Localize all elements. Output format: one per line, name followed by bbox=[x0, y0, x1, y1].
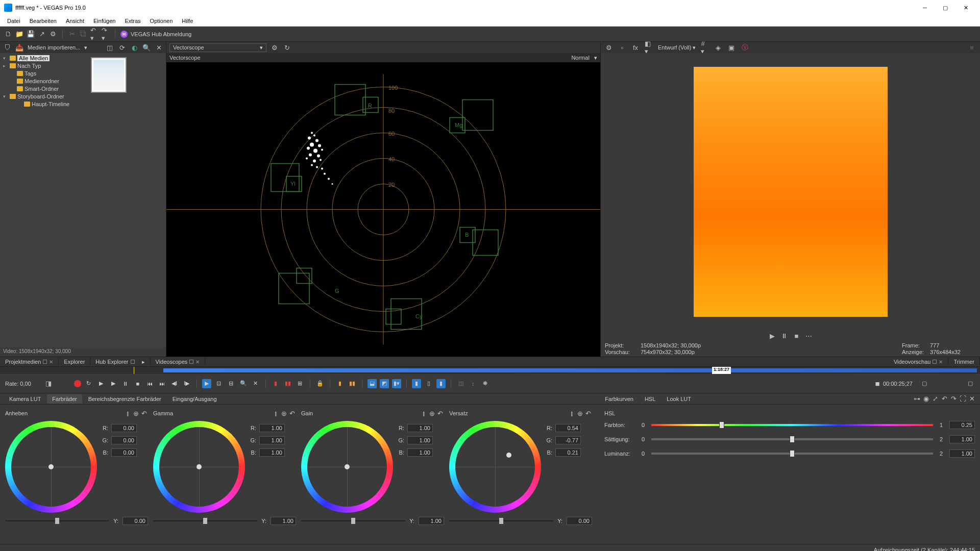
tool2-button[interactable]: ⊡ bbox=[214, 379, 224, 388]
auto3-button[interactable]: ▮ bbox=[436, 379, 446, 388]
tab-eingang[interactable]: Eingang/Ausgang bbox=[167, 394, 222, 404]
undo-icon[interactable]: ↶ ▾ bbox=[90, 30, 99, 38]
play-start-button[interactable]: ▶ bbox=[96, 379, 106, 388]
hub-label[interactable]: VEGAS Hub Abmeldung bbox=[131, 31, 191, 37]
prev-gear-icon[interactable]: ⚙ bbox=[605, 43, 613, 52]
y-value[interactable]: 0.00 bbox=[122, 517, 148, 525]
wheel-reset-icon[interactable]: ↶ bbox=[288, 409, 296, 417]
render-icon[interactable]: ↗ bbox=[38, 30, 46, 38]
y-slider[interactable] bbox=[5, 517, 109, 524]
menu-hilfe[interactable]: Hilfe bbox=[178, 17, 197, 25]
rate-slider[interactable]: ◨ bbox=[44, 380, 53, 388]
tc-box2-icon[interactable]: ▢ bbox=[966, 379, 975, 388]
open-icon[interactable]: 📁 bbox=[15, 30, 23, 38]
wheel-adj-icon[interactable]: ⫿ bbox=[568, 409, 576, 417]
hsl-value[interactable]: 1.00 bbox=[949, 435, 975, 443]
pause-button[interactable]: ⏸ bbox=[121, 379, 130, 388]
timeline-marker[interactable]: 1:18:27 bbox=[712, 367, 731, 374]
r-value[interactable]: 1.00 bbox=[259, 424, 285, 432]
close-panel-icon[interactable]: ✕ bbox=[155, 43, 163, 52]
record-button[interactable] bbox=[74, 380, 81, 387]
tab-hsl[interactable]: HSL bbox=[640, 394, 660, 404]
maximize-button[interactable]: ▢ bbox=[935, 0, 955, 15]
tab-explorer[interactable]: Explorer bbox=[59, 358, 90, 366]
next-frame-button[interactable]: Ⅰ▶ bbox=[182, 379, 191, 388]
split-button[interactable]: ⊞ bbox=[296, 379, 305, 388]
playhead-marker[interactable] bbox=[134, 367, 134, 374]
properties-icon[interactable]: ⚙ bbox=[49, 30, 57, 38]
more-icon[interactable]: ⋯ bbox=[805, 332, 813, 340]
y-slider[interactable] bbox=[301, 517, 405, 524]
menu-ansicht[interactable]: Ansicht bbox=[62, 17, 88, 25]
preview-area[interactable] bbox=[601, 53, 980, 330]
ripple2-button[interactable]: ◩ bbox=[380, 379, 389, 388]
minimize-button[interactable]: ─ bbox=[915, 0, 935, 15]
scope-mode-select[interactable]: Normal ▾ bbox=[571, 55, 597, 61]
redo-icon[interactable]: ↷ ▾ bbox=[102, 30, 110, 38]
menu-einfuegen[interactable]: Einfügen bbox=[89, 17, 119, 25]
b-value[interactable]: 1.00 bbox=[259, 448, 285, 457]
hsl-value[interactable]: 0.25 bbox=[949, 421, 975, 429]
hsl-value[interactable]: 1.00 bbox=[949, 449, 975, 458]
wheel-adj-icon[interactable]: ⫿ bbox=[124, 409, 132, 417]
media-gear-icon[interactable]: ⛉ bbox=[3, 43, 11, 52]
magnify-button[interactable]: 🔍 bbox=[239, 379, 248, 388]
hsl-slider[interactable] bbox=[651, 421, 933, 429]
marker-red2-button[interactable]: ▮▮ bbox=[283, 379, 292, 388]
copy-icon[interactable]: ⿻ bbox=[79, 30, 87, 38]
menu-bearbeiten[interactable]: Bearbeiten bbox=[26, 17, 61, 25]
prev-overlay-icon[interactable]: ◈ bbox=[714, 43, 722, 52]
g-value[interactable]: 1.00 bbox=[259, 436, 285, 444]
tree-smart-ordner[interactable]: Smart-Ordner bbox=[1, 85, 86, 92]
loop-button[interactable]: ↻ bbox=[84, 379, 93, 388]
go-end-button[interactable]: ⏭ bbox=[158, 379, 167, 388]
tree-tags[interactable]: Tags bbox=[1, 69, 86, 77]
tree-nach-typ[interactable]: ▸Nach Typ bbox=[1, 62, 86, 69]
import-button[interactable]: Medien importieren... bbox=[28, 44, 80, 51]
menu-datei[interactable]: Datei bbox=[3, 17, 24, 25]
ripple3-button[interactable]: ▮▾ bbox=[392, 379, 401, 388]
clear-button[interactable]: ✕ bbox=[251, 379, 260, 388]
prev-snapshot-icon[interactable]: ▣ bbox=[727, 43, 736, 52]
preview-quality-select[interactable]: Entwurf (Voll) ▾ bbox=[658, 44, 696, 51]
go-start-button[interactable]: ⏮ bbox=[145, 379, 155, 388]
menu-optionen[interactable]: Optionen bbox=[146, 17, 177, 25]
color-wheel[interactable] bbox=[449, 421, 541, 513]
lock-button[interactable]: 🔒 bbox=[315, 379, 325, 388]
hsl-slider[interactable] bbox=[651, 436, 933, 443]
cg-close-icon[interactable]: ✕ bbox=[968, 395, 976, 403]
wheel-target-icon[interactable]: ⊕ bbox=[132, 409, 140, 417]
y-slider[interactable] bbox=[153, 517, 257, 524]
prev-frame-button[interactable]: ◀Ⅰ bbox=[170, 379, 179, 388]
color-wheel[interactable] bbox=[153, 421, 245, 513]
wheel-adj-icon[interactable]: ⫿ bbox=[420, 409, 428, 417]
stop-icon[interactable]: ■ bbox=[793, 332, 801, 340]
y-value[interactable]: 1.00 bbox=[271, 517, 296, 525]
prev-split-icon[interactable]: ◧ ▾ bbox=[645, 43, 653, 52]
wheel-target-icon[interactable]: ⊕ bbox=[280, 409, 288, 417]
hub-badge-icon[interactable]: H bbox=[120, 31, 128, 38]
prev-out-icon[interactable]: ▫ bbox=[618, 43, 626, 52]
color-wheel[interactable] bbox=[301, 421, 393, 513]
new-icon[interactable]: 🗋 bbox=[4, 30, 12, 38]
y-value[interactable]: 0.00 bbox=[567, 517, 592, 525]
wheel-reset-icon[interactable]: ↶ bbox=[140, 409, 148, 417]
hsl-slider[interactable] bbox=[651, 450, 933, 457]
scope-refresh-icon[interactable]: ↻ bbox=[283, 43, 291, 52]
tab-look-lut[interactable]: Look LUT bbox=[662, 394, 696, 404]
wheel-adj-icon[interactable]: ⫿ bbox=[272, 409, 280, 417]
snap1-button[interactable]: ▮ bbox=[335, 379, 345, 388]
stop-button[interactable]: ■ bbox=[133, 379, 142, 388]
b-value[interactable]: 0.21 bbox=[555, 448, 581, 457]
scope-gear-icon[interactable]: ⚙ bbox=[271, 43, 279, 52]
play-icon[interactable]: ▶ bbox=[768, 332, 776, 340]
r-value[interactable]: 0.00 bbox=[111, 424, 137, 432]
view-icon[interactable]: ◫ bbox=[106, 43, 114, 52]
cg-pick-icon[interactable]: ◉ bbox=[922, 395, 930, 403]
wheel-target-icon[interactable]: ⊕ bbox=[576, 409, 584, 417]
marker-red-button[interactable]: ▮ bbox=[271, 379, 280, 388]
menu-extras[interactable]: Extras bbox=[120, 17, 144, 25]
play-button[interactable]: ▶ bbox=[109, 379, 118, 388]
misc1-button[interactable]: ◫ bbox=[456, 379, 465, 388]
edit-tool-button[interactable]: ▶ bbox=[202, 379, 211, 388]
